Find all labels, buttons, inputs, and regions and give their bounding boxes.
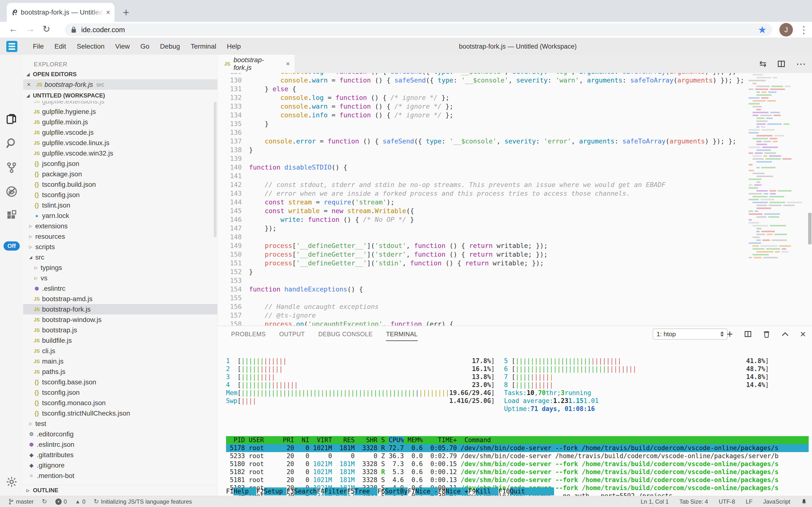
fkey-f10[interactable]: F10 <box>498 488 510 495</box>
code-line[interactable]: 158 process.on('uncaughtException', func… <box>217 320 746 326</box>
menu-item-selection[interactable]: Selection <box>71 43 110 50</box>
new-tab-button[interactable]: + <box>123 6 129 19</box>
open-editor-item[interactable]: × JS bootstrap-fork.js src <box>23 79 217 90</box>
avatar[interactable]: J <box>779 23 793 37</box>
tab-close-icon[interactable]: × <box>286 60 290 67</box>
tree-item-package.json[interactable]: {}package.json <box>23 169 217 179</box>
tree-item-jsconfig.json[interactable]: {}jsconfig.json <box>23 158 217 169</box>
status-item-bell-icon[interactable] <box>801 498 807 505</box>
open-editors-section[interactable]: ◢ OPEN EDITORS <box>23 69 217 79</box>
forward-icon[interactable]: → <box>25 24 35 34</box>
code-line[interactable]: 141 <box>217 172 746 180</box>
process-row-5233[interactable]: 5233 root 20 0 0 0 0 Z 36.3 0.0 0:02.79 … <box>226 452 809 460</box>
tree-item-bootstrap-fork.js[interactable]: JSbootstrap-fork.js <box>23 304 217 315</box>
tree-item-tsconfig.build.json[interactable]: {}tsconfig.build.json <box>23 179 217 190</box>
code-line[interactable]: 138} <box>217 146 746 154</box>
bookmark-star-icon[interactable]: ★ <box>758 24 766 35</box>
code-line[interactable]: 149 process['__defineGetter__']('stdout'… <box>217 241 746 250</box>
tree-item-.gitignore[interactable]: ◈.gitignore <box>23 460 217 470</box>
status-item-master[interactable]: master <box>8 498 34 505</box>
code-line[interactable]: 156 // Handle uncaught exceptions <box>217 302 746 311</box>
code-line[interactable]: 151 process['__defineGetter__']('stdin',… <box>217 259 746 268</box>
tree-item-tsconfig.json[interactable]: {}tsconfig.json <box>23 190 217 200</box>
status-badge[interactable]: Off <box>4 241 20 250</box>
code-line[interactable]: 144 const stream = require('stream'); <box>217 198 746 207</box>
code-line[interactable]: 146 write: function () { /* No OP */ } <box>217 215 746 224</box>
close-icon[interactable]: × <box>23 81 34 88</box>
code-line[interactable]: 129 console.log = function () { safeSend… <box>217 73 746 76</box>
fkey-f3[interactable]: F3 <box>287 488 294 495</box>
debug-disabled-icon[interactable] <box>5 185 18 198</box>
status-item-ln-1-col-1[interactable]: Ln 1, Col 1 <box>641 498 669 505</box>
explorer-icon[interactable] <box>5 113 18 125</box>
code-line[interactable]: 132 console.log = function () { /* ignor… <box>217 93 746 102</box>
tree-item-gulpfile.vscode.linux.js[interactable]: JSgulpfile.vscode.linux.js <box>23 137 217 148</box>
process-row-5180[interactable]: 5180 root 20 0 1021M 181M 3328 S 7.3 0.6… <box>226 460 809 468</box>
code-editor[interactable]: 129 console.log = function () { safeSend… <box>217 73 746 326</box>
tree-item-.eslintrc[interactable]: ⬢.eslintrc <box>23 283 217 294</box>
fkey-f1[interactable]: F1 <box>226 488 234 495</box>
tree-item-buildfile.js[interactable]: JSbuildfile.js <box>23 335 217 346</box>
code-line[interactable]: 147 }); <box>217 224 746 233</box>
fkey-f9[interactable]: F9 <box>468 488 476 495</box>
search-icon[interactable] <box>5 137 18 150</box>
process-table-header[interactable]: PID USER PRI NI VIRT RES SHR S CPU% MEM%… <box>226 436 809 444</box>
extensions-icon[interactable] <box>5 210 18 222</box>
menu-item-file[interactable]: File <box>27 43 49 50</box>
menu-item-view[interactable]: View <box>110 43 135 50</box>
status-item-0[interactable]: ×0 <box>55 498 67 505</box>
tree-item-tslint.json[interactable]: {}tslint.json <box>23 200 217 211</box>
tree-item-resources[interactable]: ▷resources <box>23 231 217 242</box>
settings-gear-icon[interactable] <box>5 475 18 488</box>
tree-item-cli.js[interactable]: JScli.js <box>23 346 217 356</box>
code-line[interactable]: 155 <box>217 294 746 302</box>
split-editor-icon[interactable] <box>777 60 786 68</box>
code-line[interactable]: 130 console.warn = function () { safeSen… <box>217 76 746 84</box>
status-item-initializing-js-ts-language-features[interactable]: ↻Initializing JS/TS language features <box>94 498 192 505</box>
fkey-f7[interactable]: F7 <box>408 488 415 495</box>
editor-scrollbar[interactable] <box>808 213 812 244</box>
status-item-lf[interactable]: LF <box>746 498 753 505</box>
workspace-section[interactable]: ◢ UNTITLED (WORKSPACE) <box>23 91 217 101</box>
tab-close-icon[interactable]: × <box>106 9 110 16</box>
tree-item-paths.js[interactable]: JSpaths.js <box>23 367 217 377</box>
tree-item-tsconfig.base.json[interactable]: {}tsconfig.base.json <box>23 377 217 387</box>
code-line[interactable]: 154function handleExceptions() { <box>217 285 746 294</box>
code-line[interactable]: 136 <box>217 128 746 137</box>
code-line[interactable]: 153 <box>217 276 746 285</box>
fkey-f2[interactable]: F2 <box>256 488 264 495</box>
source-control-icon[interactable] <box>5 161 18 174</box>
process-row-5178[interactable]: 5178 root 20 0 1021M 181M 3328 R 72.7 0.… <box>226 444 809 452</box>
panel-tab-output[interactable]: OUTPUT <box>279 331 305 338</box>
panel-tab-debug-console[interactable]: DEBUG CONSOLE <box>318 331 373 338</box>
code-line[interactable]: 143 // error when we are inside a forked… <box>217 189 746 198</box>
terminal[interactable]: 1 [||||||||||||17.8%]5 [||||||||||||||||… <box>226 342 809 496</box>
minimap[interactable] <box>746 73 808 326</box>
split-terminal-icon[interactable] <box>744 330 752 338</box>
tree-item-yarn.lock[interactable]: ●yarn.lock <box>23 211 217 221</box>
tree-item-test[interactable]: ▷test <box>23 418 217 429</box>
tree-item-bootstrap-amd.js[interactable]: JSbootstrap-amd.js <box>23 294 217 304</box>
tree-item-bootstrap-window.js[interactable]: JSbootstrap-window.js <box>23 315 217 325</box>
code-line[interactable]: 152} <box>217 268 746 276</box>
code-line[interactable]: 145 const writable = new stream.Writable… <box>217 207 746 215</box>
code-line[interactable]: 134 console.info = function () { /* igno… <box>217 111 746 119</box>
status-item-0[interactable]: ▲0 <box>75 498 85 505</box>
tree-item-.mention-bot[interactable]: ≡.mention-bot <box>23 470 217 481</box>
menu-item-terminal[interactable]: Terminal <box>185 43 222 50</box>
process-row-5182[interactable]: 5182 root 20 0 1021M 181M 3328 R 5.3 0.6… <box>226 468 809 476</box>
reload-icon[interactable]: ↻ <box>43 24 50 34</box>
tree-item-.gitattributes[interactable]: ◈.gitattributes <box>23 450 217 460</box>
address-bar[interactable]: ide.coder.com ★ <box>65 23 772 36</box>
code-line[interactable]: 150 process['__defineGetter__']('stderr'… <box>217 250 746 259</box>
browser-menu-icon[interactable]: ⋮ <box>799 24 809 35</box>
editor-tab[interactable]: JS bootstrap-fork.js × <box>217 55 295 73</box>
status-item-tab-size-4[interactable]: Tab Size: 4 <box>679 498 708 505</box>
close-panel-icon[interactable]: × <box>800 329 806 340</box>
panel-tab-problems[interactable]: PROBLEMS <box>231 331 266 338</box>
maximize-panel-icon[interactable] <box>781 331 789 337</box>
tree-item-typings[interactable]: ▷typings <box>23 263 217 273</box>
code-line[interactable]: 133 console.warn = function () { /* igno… <box>217 102 746 111</box>
terminal-selector[interactable]: 1: htop <box>653 329 728 340</box>
back-icon[interactable]: ← <box>9 24 18 34</box>
